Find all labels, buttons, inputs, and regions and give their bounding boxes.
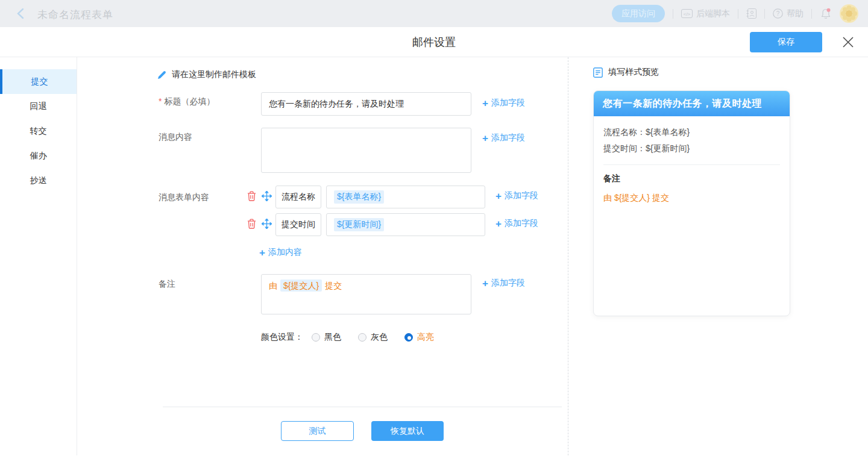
preview-divider xyxy=(603,164,780,165)
move-icon[interactable] xyxy=(262,219,272,229)
message-content-label: 消息内容 xyxy=(159,132,192,143)
modal-title: 邮件设置 xyxy=(0,27,868,57)
row-1-controls xyxy=(247,191,272,201)
question-icon: ? xyxy=(773,8,783,19)
screen: 未命名流程表单 应用访问 </> 后端脚本 ? 帮助 xyxy=(0,0,868,456)
topbar-actions: 应用访问 </> 后端脚本 ? 帮助 xyxy=(612,0,858,27)
modal-header: 邮件设置 保存 xyxy=(0,27,868,57)
trash-icon[interactable] xyxy=(247,191,256,201)
row-2-token-input[interactable]: ${更新时间} xyxy=(326,213,485,236)
form-intro: 请在这里制作邮件模板 xyxy=(157,69,256,80)
add-field-link-remark[interactable]: +添加字段 xyxy=(482,278,525,289)
radio-icon-checked xyxy=(404,333,413,342)
help-button[interactable]: ? 帮助 xyxy=(773,8,804,19)
help-label: 帮助 xyxy=(787,8,804,19)
sidebar-item-transfer[interactable]: 转交 xyxy=(0,119,77,143)
email-settings-modal: 邮件设置 保存 提交 回退 转交 催办 抄送 请在这里制作 xyxy=(0,27,868,456)
modal-body: 提交 回退 转交 催办 抄送 请在这里制作邮件模板 *标题（必填） +添加字段 xyxy=(0,57,868,455)
plus-icon: + xyxy=(495,191,502,201)
preview-card-title: 您有一条新的待办任务，请及时处理 xyxy=(594,91,790,116)
field-token: ${更新时间} xyxy=(334,218,384,231)
top-bar: 未命名流程表单 应用访问 </> 后端脚本 ? 帮助 xyxy=(0,0,868,27)
preview-card-body: 流程名称：${表单名称} 提交时间：${更新时间} 备注 由 ${提交人} 提交 xyxy=(594,116,790,211)
radio-option-gray[interactable]: 灰色 xyxy=(358,332,388,343)
radio-option-highlight[interactable]: 高亮 xyxy=(404,332,434,343)
sidebar-item-return[interactable]: 回退 xyxy=(0,94,77,119)
notification-bell-button[interactable] xyxy=(820,8,832,20)
move-icon[interactable] xyxy=(262,191,272,201)
radio-icon xyxy=(312,333,320,342)
row-2-controls xyxy=(247,219,272,229)
trash-icon[interactable] xyxy=(247,219,256,229)
app-access-button[interactable]: 应用访问 xyxy=(612,5,665,22)
preview-line-submit-time: 提交时间：${更新时间} xyxy=(603,140,780,157)
svg-text:</>: </> xyxy=(684,11,691,17)
remark-prefix: 由 xyxy=(269,281,277,290)
remark-suffix: 提交 xyxy=(325,281,342,290)
close-icon[interactable] xyxy=(841,36,855,49)
sidebar: 提交 回退 转交 催办 抄送 xyxy=(0,57,77,455)
submitter-token: ${提交人} xyxy=(280,280,322,292)
user-avatar[interactable] xyxy=(840,4,858,23)
section-divider xyxy=(163,407,562,407)
remark-label: 备注 xyxy=(159,279,175,290)
field-token: ${表单名称} xyxy=(334,190,384,204)
preview-title: 填写样式预览 xyxy=(608,67,659,78)
remark-textarea[interactable]: 由${提交人}提交 xyxy=(261,274,471,314)
divider xyxy=(811,9,812,19)
page-title: 未命名流程表单 xyxy=(37,8,113,22)
plus-icon: + xyxy=(259,248,265,258)
row-1-token-input[interactable]: ${表单名称} xyxy=(326,186,485,208)
plus-icon: + xyxy=(482,98,488,108)
row-1-key-input[interactable]: 流程名称 xyxy=(275,186,321,208)
add-field-link-row1[interactable]: +添加字段 xyxy=(495,190,538,201)
plus-icon: + xyxy=(482,278,488,289)
add-content-link[interactable]: +添加内容 xyxy=(259,247,302,258)
restore-default-button[interactable]: 恢复默认 xyxy=(371,421,444,441)
sidebar-item-urge[interactable]: 催办 xyxy=(0,143,77,168)
form-intro-text: 请在这里制作邮件模板 xyxy=(172,69,256,80)
preview-remark-title: 备注 xyxy=(603,173,780,184)
radio-option-black[interactable]: 黑色 xyxy=(312,332,341,343)
address-book-icon xyxy=(746,8,756,19)
required-mark: * xyxy=(159,96,162,106)
add-field-link-row2[interactable]: +添加字段 xyxy=(495,218,538,229)
divider xyxy=(738,9,738,19)
backend-script-button[interactable]: </> 后端脚本 xyxy=(681,8,730,19)
preview-line-process-name: 流程名称：${表单名称} xyxy=(603,124,780,140)
message-content-textarea[interactable] xyxy=(261,128,471,173)
title-input[interactable] xyxy=(261,92,471,116)
color-setting-row: 颜色设置： 黑色 灰色 高亮 xyxy=(261,332,451,343)
color-setting-label: 颜色设置： xyxy=(261,332,303,343)
preview-header: 填写样式预览 xyxy=(593,67,659,78)
message-form-label: 消息表单内容 xyxy=(159,192,209,203)
add-field-link-message[interactable]: +添加字段 xyxy=(482,133,525,143)
preview-remark-text: 由 ${提交人} 提交 xyxy=(603,193,780,204)
back-chevron-icon[interactable] xyxy=(17,8,24,19)
email-template-form: 请在这里制作邮件模板 *标题（必填） +添加字段 消息内容 +添加字段 消息表单… xyxy=(77,57,568,455)
document-icon xyxy=(593,67,603,78)
sidebar-item-cc[interactable]: 抄送 xyxy=(0,168,77,193)
backend-script-label: 后端脚本 xyxy=(696,8,730,19)
svg-text:?: ? xyxy=(776,10,780,17)
preview-panel: 填写样式预览 您有一条新的待办任务，请及时处理 流程名称：${表单名称} 提交时… xyxy=(568,57,868,455)
row-2-key-input[interactable]: 提交时间 xyxy=(275,213,321,236)
divider xyxy=(764,9,765,19)
plus-icon: + xyxy=(495,219,502,229)
divider xyxy=(673,9,673,19)
pencil-icon xyxy=(157,70,167,80)
save-button[interactable]: 保存 xyxy=(750,32,822,52)
email-preview-card: 您有一条新的待办任务，请及时处理 流程名称：${表单名称} 提交时间：${更新时… xyxy=(593,90,790,316)
sidebar-item-submit[interactable]: 提交 xyxy=(0,69,77,94)
add-field-link-title[interactable]: +添加字段 xyxy=(482,98,525,108)
address-book-button[interactable] xyxy=(746,8,756,19)
radio-icon xyxy=(358,333,366,342)
plus-icon: + xyxy=(482,133,488,143)
bell-icon xyxy=(820,8,832,20)
test-button[interactable]: 测试 xyxy=(281,421,354,441)
code-icon: </> xyxy=(681,9,693,18)
title-field-label: *标题（必填） xyxy=(159,96,215,107)
